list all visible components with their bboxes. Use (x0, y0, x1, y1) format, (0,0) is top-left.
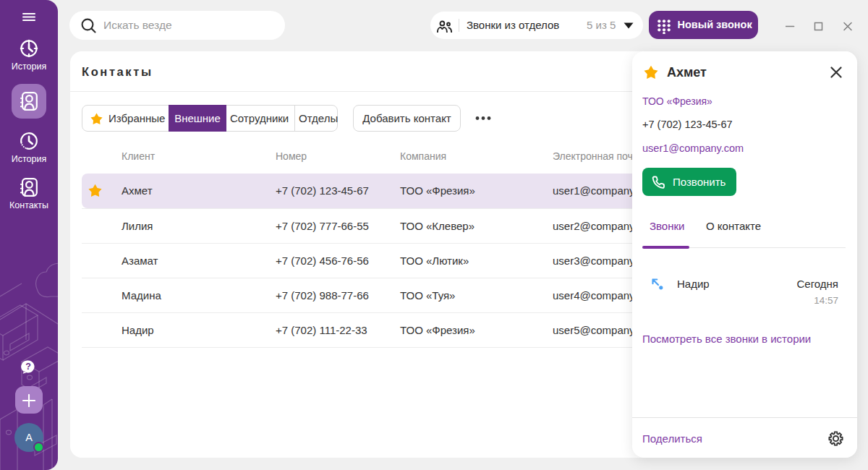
svg-text:?: ? (25, 362, 31, 372)
